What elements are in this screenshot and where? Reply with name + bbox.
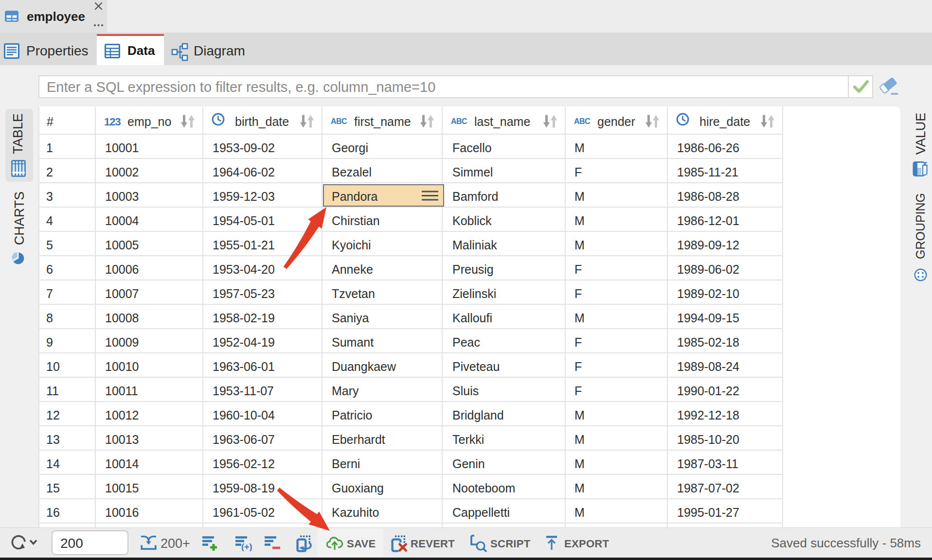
svg-text:(+): (+) bbox=[241, 542, 252, 551]
